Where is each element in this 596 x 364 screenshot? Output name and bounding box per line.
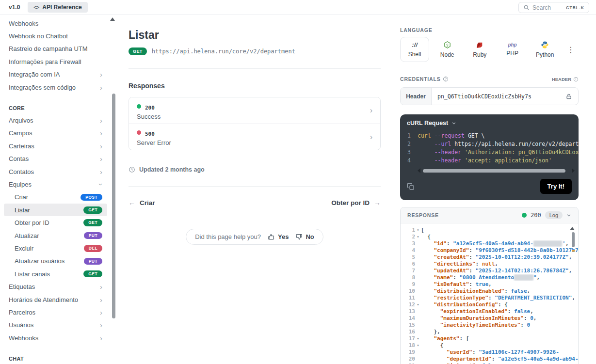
code-text: "companyId": "9f6030f5-d518-442b-8a0b-10… [421, 247, 578, 254]
sidebar-item-parceiros[interactable]: Parceiros› [4, 306, 107, 318]
api-key-value[interactable]: pn_Q6TtioOu4kCDEoxUicZsbHy7s [432, 93, 565, 100]
version-label: v1.0 [9, 4, 20, 11]
code-text: "distribuitionEnabled": false, [421, 288, 578, 295]
sidebar-item-informacoes-para-firewall[interactable]: Informações para Firewall [4, 55, 107, 68]
feedback-yes-label: Yes [278, 233, 289, 240]
sidebar-item-atualizar[interactable]: AtualizarPUT [4, 229, 107, 242]
scroll-left-arrow[interactable] [418, 168, 420, 173]
api-reference-button[interactable]: <> API Reference [28, 2, 87, 13]
chevron-right-icon: › [100, 334, 102, 342]
sidebar-item-label: Informações para Firewall [9, 58, 102, 65]
line-number: 1 [401, 227, 415, 234]
scroll-right-arrow[interactable] [572, 168, 575, 173]
sidebar-item-label: Usuários [9, 321, 96, 329]
sidebar-item-carteiras[interactable]: Carteiras› [4, 140, 107, 152]
fold-gutter [415, 329, 421, 335]
response-code-line: 15 "inactivityTimeInMinutes": 0 [401, 322, 578, 329]
line-number: 20 [401, 356, 415, 363]
language-label: LANGUAGE [400, 27, 579, 33]
sidebar-item-excluir[interactable]: ExcluirDEL [4, 242, 107, 254]
sidebar-item-label: Parceiros [9, 309, 96, 316]
fold-gutter [415, 349, 421, 356]
response-row-200[interactable]: 200 Success › [129, 97, 380, 124]
scrollbar-thumb[interactable] [423, 169, 565, 173]
code-text: "isDefault": true, [421, 281, 578, 288]
chevron-right-icon: › [100, 84, 102, 91]
sidebar-item-campos[interactable]: Campos› [4, 127, 107, 140]
more-languages-button[interactable]: ⋮ [563, 45, 579, 54]
sidebar-item-rastreio-de-campanha-utm[interactable]: Rastreio de campanha UTM [4, 43, 107, 55]
status-dot-error [137, 130, 141, 135]
sidebar-item-integracao-com-ia[interactable]: Integração com IA› [4, 68, 107, 81]
chevron-down-icon [451, 121, 456, 126]
response-row-500[interactable]: 500 Server Error › [129, 124, 380, 150]
line-number: 16 [401, 329, 415, 335]
code-text: curl --request GET \ [418, 132, 485, 140]
sidebar-item-label: Etiquetas [9, 283, 96, 290]
fold-caret-icon[interactable]: ▾ [415, 335, 421, 342]
language-option-node[interactable]: Node [433, 37, 462, 62]
response-code-line: 13 "expirationIsEnabled": false, [401, 308, 578, 315]
code-text: "restrictionType": "DEPARTMENT_RESTRICTI… [421, 295, 578, 301]
code-text: "id": "a12e5cf5-40a5-4a9d-ab94- ', [421, 240, 578, 247]
sidebar-item-atualizar-usuarios[interactable]: Atualizar usuáriosPUT [4, 255, 107, 268]
language-option-php[interactable]: php PHP [498, 37, 527, 62]
sidebar-item-arquivos[interactable]: Arquivos› [4, 114, 107, 127]
sidebar-item-webhooks[interactable]: Webhooks› [4, 332, 107, 344]
sidebar-item-listar[interactable]: ListarGET [4, 204, 107, 216]
language-option-label: Ruby [473, 51, 486, 58]
search-input[interactable]: Search CTRL-K [518, 2, 589, 13]
fold-gutter [415, 288, 421, 295]
language-option-python[interactable]: Python [531, 37, 560, 62]
fold-gutter [415, 240, 421, 247]
sidebar-scrollbar[interactable] [112, 94, 115, 318]
code-text: "userId": "3ad1106c-127f-4907-9926- [421, 349, 578, 356]
response-code-line: 2▾ { [401, 234, 578, 240]
fold-caret-icon[interactable]: ▾ [415, 301, 421, 308]
line-number: 2 [401, 234, 415, 240]
fold-caret-icon[interactable]: ▾ [415, 234, 421, 240]
sidebar-item-criar[interactable]: CriarPOST [4, 191, 107, 204]
sidebar-scroll-up-arrow[interactable] [110, 17, 115, 21]
credentials-field[interactable]: Header pn_Q6TtioOu4kCDEoxUicZsbHy7s [400, 87, 579, 105]
curl-horizontal-scrollbar[interactable] [418, 168, 575, 173]
feedback-no-button[interactable]: No [295, 233, 314, 240]
sidebar-item-webhook-no-chatbot[interactable]: Webhook no Chatbot [4, 30, 107, 42]
fold-caret-icon[interactable]: ▾ [415, 227, 421, 234]
language-option-shell[interactable]: :// Shell [400, 37, 429, 62]
line-number: 5 [401, 254, 415, 261]
copy-icon[interactable] [407, 183, 415, 190]
curl-request-title: cURL Request [407, 120, 448, 127]
language-option-ruby[interactable]: Ruby [465, 37, 494, 62]
sidebar-item-webhooks[interactable]: Webhooks [4, 17, 107, 30]
sidebar-item-obter-por-id[interactable]: Obter por IDGET [4, 216, 107, 229]
response-scrollbar[interactable] [572, 232, 575, 247]
response-scroll-up-arrow[interactable] [570, 227, 575, 230]
sidebar-item-usuarios[interactable]: Usuários› [4, 319, 107, 332]
sidebar-item-label: Obter por ID [15, 219, 80, 226]
credentials-header: CREDENTIALS HEADER [400, 76, 579, 82]
sidebar-item-contas[interactable]: Contas› [4, 153, 107, 165]
sidebar-item-listar-canais[interactable]: Listar canaisGET [4, 268, 107, 280]
line-number: 9 [401, 281, 415, 288]
curl-request-header[interactable]: cURL Request [400, 114, 579, 130]
log-badge[interactable]: Log [545, 211, 563, 219]
updated-text: Updated 2 months ago [139, 166, 205, 173]
try-it-button[interactable]: Try It! [540, 179, 572, 194]
response-code-line: 7 "updatedAt": "2025-12-14T02:18:26.7867… [401, 268, 578, 274]
fold-caret-icon[interactable]: ▾ [415, 342, 421, 349]
prev-page-link[interactable]: ← Criar [129, 199, 155, 206]
sidebar-item-contatos[interactable]: Contatos› [4, 165, 107, 178]
sidebar-item-integracoes-sem-codigo[interactable]: Integrações sem código› [4, 81, 107, 94]
chevron-down-icon[interactable] [566, 213, 571, 218]
next-page-link[interactable]: Obter por ID → [331, 199, 381, 206]
sidebar-item-equipes[interactable]: Equipes› [4, 178, 107, 190]
code-text: { [421, 234, 578, 240]
sidebar-item-label: Equipes [9, 181, 96, 188]
sidebar-item-etiquetas[interactable]: Etiquetas› [4, 280, 107, 293]
line-number: 3 [400, 148, 418, 157]
feedback-yes-button[interactable]: Yes [268, 233, 289, 240]
chevron-right-icon: › [370, 106, 372, 115]
sidebar-item-label: Webhooks [9, 20, 102, 27]
sidebar-item-horarios-de-atendimento[interactable]: Horários de Atendimento› [4, 293, 107, 306]
